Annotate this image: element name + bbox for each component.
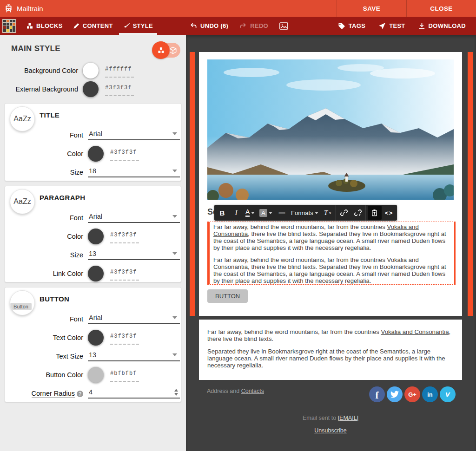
title-style-card: AaZz TITLE Font Arial Color #3f3f3f Size	[5, 103, 181, 181]
paragraph: Far far away, behind the word mountains,…	[213, 223, 451, 251]
redo-button[interactable]: REDO	[235, 22, 273, 29]
horizontal-rule-button[interactable]: —	[275, 205, 289, 221]
tab-content-label: CONTENT	[83, 22, 113, 29]
size-select[interactable]: 13	[88, 250, 180, 260]
save-button[interactable]: SAVE	[337, 0, 406, 17]
tag-icon	[338, 22, 345, 30]
twitter-icon[interactable]	[387, 386, 403, 402]
link-color-row: Link Color #3f3f3f	[5, 264, 181, 283]
color-swatch[interactable]	[88, 229, 104, 244]
font-select[interactable]: Arial	[88, 130, 180, 140]
cube-icon	[169, 46, 177, 57]
color-swatch[interactable]	[88, 330, 104, 346]
font-select[interactable]: Arial	[88, 213, 180, 223]
close-button[interactable]: CLOSE	[406, 0, 476, 17]
app-brand: Mailtrain	[0, 0, 337, 17]
color-swatch[interactable]	[83, 63, 99, 78]
color-swatch[interactable]	[88, 146, 104, 162]
chevron-down-icon	[315, 212, 318, 214]
color-row: Color #3f3f3f	[5, 227, 181, 246]
field-label: External Background	[0, 85, 83, 93]
email-cta-button[interactable]: BUTTON	[207, 289, 248, 303]
vokalia-link[interactable]: Vokalia and Consonantia	[381, 328, 449, 335]
linkedin-icon[interactable]: in	[422, 386, 438, 402]
chevron-down-icon	[172, 215, 177, 218]
hero-image[interactable]	[207, 59, 454, 200]
test-button[interactable]: TEST	[374, 22, 410, 30]
download-icon	[418, 22, 425, 30]
undo-label: UNDO (6)	[200, 22, 228, 29]
google-plus-icon[interactable]: G+	[404, 386, 420, 402]
spinner-up-icon[interactable]	[174, 389, 178, 392]
email-placeholder-link[interactable]: [EMAIL]	[338, 415, 358, 421]
contacts-link[interactable]: Contacts	[241, 388, 264, 394]
help-icon[interactable]: ?	[77, 391, 83, 397]
actions-group: TAGS TEST DOWNLOAD	[333, 22, 476, 30]
font-row: Font Arial	[5, 209, 181, 227]
bold-button[interactable]: B	[215, 205, 229, 221]
source-code-button[interactable]: <>	[382, 205, 396, 221]
chevron-down-icon[interactable]	[251, 212, 255, 214]
spinner-down-icon[interactable]	[174, 393, 178, 396]
undo-button[interactable]: UNDO (6)	[185, 22, 233, 29]
number-spinner[interactable]	[174, 389, 178, 396]
vimeo-icon[interactable]: v	[440, 386, 456, 402]
email-text-block[interactable]: Far far away, behind the word mountains,…	[199, 320, 462, 380]
image-icon	[279, 22, 288, 30]
download-button[interactable]: DOWNLOAD	[414, 22, 470, 30]
color-row: Color #3f3f3f	[5, 144, 181, 163]
tram-logo-icon	[4, 4, 13, 13]
color-swatch[interactable]	[88, 367, 104, 383]
style-scope-toggle[interactable]	[153, 43, 180, 58]
chevron-down-icon	[172, 132, 177, 135]
corner-radius-label[interactable]: Corner Radius	[32, 390, 75, 398]
color-swatch[interactable]	[88, 266, 104, 281]
blocks-view-knob[interactable]	[152, 41, 170, 59]
footer-address: Address and Contacts	[207, 388, 264, 394]
background-color-button[interactable]: A	[257, 205, 275, 221]
paragraph: Separated they live in Bookmarksgrove ri…	[207, 348, 454, 369]
color-swatch[interactable]	[83, 81, 99, 97]
font-row: Font Arial	[5, 310, 181, 328]
tab-content[interactable]: CONTENT	[68, 17, 118, 35]
font-select[interactable]: Arial	[88, 314, 180, 324]
paragraph-badge: AaZz	[10, 189, 35, 214]
size-select[interactable]: 18	[88, 167, 180, 177]
remove-link-button[interactable]	[351, 205, 365, 221]
corner-radius-input[interactable]: 4	[88, 388, 180, 399]
paragraph: Far far away, behind the word mountains,…	[207, 328, 454, 342]
block-selection-bar-left	[190, 52, 195, 316]
hex-value: #3f3f3f	[105, 85, 132, 91]
text-color-button[interactable]: A	[243, 205, 257, 221]
formats-dropdown[interactable]: Formats	[289, 205, 321, 221]
size-row: Size 18	[5, 163, 181, 182]
richtext-toolbar: B I A A — Formats Tx	[214, 205, 397, 221]
unsubscribe-line: Unsubscribe	[199, 427, 462, 434]
insert-link-button[interactable]	[337, 205, 351, 221]
history-group: UNDO (6) REDO	[185, 22, 293, 30]
title-badge: AaZz	[10, 106, 35, 131]
email-preview-panel: Se B I A A — Formats Tx	[186, 35, 476, 451]
chevron-down-icon[interactable]	[269, 212, 272, 214]
gallery-button[interactable]	[275, 22, 293, 30]
download-label: DOWNLOAD	[429, 22, 466, 29]
style-panel: MAIN STYLE Background Color #ffffff Ex	[0, 35, 186, 451]
paste-as-text-button[interactable]	[368, 206, 382, 220]
top-bar: Mailtrain SAVE CLOSE	[0, 0, 476, 17]
cubes-icon	[26, 22, 33, 30]
text-size-select[interactable]: 13	[88, 351, 180, 361]
hex-value: #ffffff	[105, 66, 132, 72]
tags-button[interactable]: TAGS	[333, 22, 370, 30]
section-title: PARAGRAPH	[40, 194, 85, 202]
tab-style[interactable]: STYLE	[118, 17, 158, 35]
size-row: Size 13	[5, 246, 181, 264]
facebook-icon[interactable]: f	[369, 386, 385, 402]
selected-text-block[interactable]: Far far away, behind the word mountains,…	[207, 222, 456, 285]
unsubscribe-link[interactable]: Unsubscribe	[314, 427, 346, 434]
text-size-row: Text Size 13	[5, 347, 181, 366]
clear-formatting-button[interactable]: Tx	[321, 205, 335, 221]
panel-title: MAIN STYLE	[11, 44, 60, 53]
italic-button[interactable]: I	[229, 205, 243, 221]
tab-blocks[interactable]: BLOCKS	[21, 17, 68, 35]
chevron-down-icon	[172, 252, 177, 255]
